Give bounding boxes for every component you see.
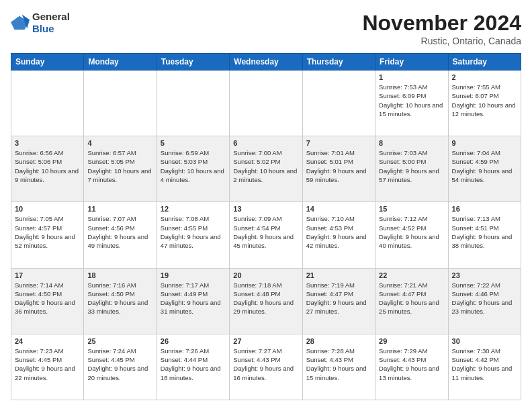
calendar-cell bbox=[157, 71, 229, 136]
logo: General Blue bbox=[11, 11, 70, 35]
day-number: 2 bbox=[452, 73, 517, 81]
logo-general: General bbox=[32, 11, 70, 23]
day-number: 6 bbox=[233, 139, 298, 147]
day-number: 27 bbox=[233, 337, 298, 345]
calendar-cell: 22Sunrise: 7:21 AM Sunset: 4:47 PM Dayli… bbox=[375, 268, 448, 334]
calendar-cell: 14Sunrise: 7:10 AM Sunset: 4:53 PM Dayli… bbox=[302, 202, 375, 268]
day-info: Sunrise: 6:57 AM Sunset: 5:05 PM Dayligh… bbox=[87, 148, 152, 184]
day-number: 29 bbox=[379, 337, 444, 345]
day-info: Sunrise: 7:53 AM Sunset: 6:09 PM Dayligh… bbox=[379, 83, 444, 118]
calendar-cell: 18Sunrise: 7:16 AM Sunset: 4:50 PM Dayli… bbox=[84, 268, 157, 334]
day-info: Sunrise: 6:59 AM Sunset: 5:03 PM Dayligh… bbox=[161, 148, 226, 184]
day-info: Sunrise: 6:56 AM Sunset: 5:06 PM Dayligh… bbox=[15, 148, 80, 184]
day-info: Sunrise: 7:07 AM Sunset: 4:56 PM Dayligh… bbox=[87, 214, 152, 250]
day-number: 21 bbox=[306, 271, 371, 279]
calendar-cell: 11Sunrise: 7:07 AM Sunset: 4:56 PM Dayli… bbox=[84, 202, 157, 268]
calendar-cell: 7Sunrise: 7:01 AM Sunset: 5:01 PM Daylig… bbox=[302, 136, 375, 202]
day-info: Sunrise: 7:10 AM Sunset: 4:53 PM Dayligh… bbox=[306, 214, 371, 250]
day-info: Sunrise: 7:17 AM Sunset: 4:49 PM Dayligh… bbox=[161, 281, 226, 316]
day-number: 22 bbox=[379, 271, 444, 279]
calendar-cell: 15Sunrise: 7:12 AM Sunset: 4:52 PM Dayli… bbox=[375, 202, 448, 268]
day-info: Sunrise: 7:28 AM Sunset: 4:43 PM Dayligh… bbox=[306, 347, 371, 382]
col-wednesday: Wednesday bbox=[230, 54, 302, 71]
day-info: Sunrise: 7:16 AM Sunset: 4:50 PM Dayligh… bbox=[87, 281, 152, 316]
day-number: 19 bbox=[161, 271, 226, 279]
calendar-cell: 19Sunrise: 7:17 AM Sunset: 4:49 PM Dayli… bbox=[157, 268, 229, 334]
day-number: 10 bbox=[15, 205, 80, 213]
calendar-header-row: Sunday Monday Tuesday Wednesday Thursday… bbox=[11, 54, 521, 71]
calendar-cell bbox=[302, 71, 375, 136]
day-info: Sunrise: 7:08 AM Sunset: 4:55 PM Dayligh… bbox=[161, 214, 226, 250]
day-info: Sunrise: 7:09 AM Sunset: 4:54 PM Dayligh… bbox=[233, 214, 298, 250]
calendar-cell: 27Sunrise: 7:27 AM Sunset: 4:43 PM Dayli… bbox=[230, 334, 302, 400]
day-info: Sunrise: 7:18 AM Sunset: 4:48 PM Dayligh… bbox=[233, 281, 298, 316]
title-section: November 2024 Rustic, Ontario, Canada bbox=[362, 11, 521, 46]
calendar-week-3: 10Sunrise: 7:05 AM Sunset: 4:57 PM Dayli… bbox=[11, 202, 521, 268]
col-saturday: Saturday bbox=[448, 54, 521, 71]
day-number: 28 bbox=[306, 337, 371, 345]
calendar-cell: 10Sunrise: 7:05 AM Sunset: 4:57 PM Dayli… bbox=[11, 202, 84, 268]
day-number: 14 bbox=[306, 205, 371, 213]
calendar-cell: 25Sunrise: 7:24 AM Sunset: 4:45 PM Dayli… bbox=[84, 334, 157, 400]
location: Rustic, Ontario, Canada bbox=[362, 36, 521, 46]
day-number: 11 bbox=[87, 205, 152, 213]
calendar-cell: 4Sunrise: 6:57 AM Sunset: 5:05 PM Daylig… bbox=[84, 136, 157, 202]
day-info: Sunrise: 7:55 AM Sunset: 6:07 PM Dayligh… bbox=[452, 83, 517, 118]
calendar-cell: 9Sunrise: 7:04 AM Sunset: 4:59 PM Daylig… bbox=[448, 136, 521, 202]
col-thursday: Thursday bbox=[302, 54, 375, 71]
day-number: 16 bbox=[452, 205, 517, 213]
calendar-cell: 26Sunrise: 7:26 AM Sunset: 4:44 PM Dayli… bbox=[157, 334, 229, 400]
day-number: 5 bbox=[161, 139, 226, 147]
day-number: 3 bbox=[15, 139, 80, 147]
calendar-cell: 28Sunrise: 7:28 AM Sunset: 4:43 PM Dayli… bbox=[302, 334, 375, 400]
calendar-cell: 24Sunrise: 7:23 AM Sunset: 4:45 PM Dayli… bbox=[11, 334, 84, 400]
day-number: 17 bbox=[15, 271, 80, 279]
day-info: Sunrise: 7:04 AM Sunset: 4:59 PM Dayligh… bbox=[452, 148, 517, 184]
calendar-cell bbox=[84, 71, 157, 136]
day-info: Sunrise: 7:26 AM Sunset: 4:44 PM Dayligh… bbox=[161, 347, 226, 382]
day-number: 23 bbox=[452, 271, 517, 279]
calendar-cell: 5Sunrise: 6:59 AM Sunset: 5:03 PM Daylig… bbox=[157, 136, 229, 202]
day-info: Sunrise: 7:01 AM Sunset: 5:01 PM Dayligh… bbox=[306, 148, 371, 184]
calendar-cell bbox=[230, 71, 302, 136]
day-info: Sunrise: 7:30 AM Sunset: 4:42 PM Dayligh… bbox=[452, 347, 517, 382]
day-number: 20 bbox=[233, 271, 298, 279]
day-number: 26 bbox=[161, 337, 226, 345]
month-title: November 2024 bbox=[362, 11, 521, 36]
calendar-cell: 21Sunrise: 7:19 AM Sunset: 4:47 PM Dayli… bbox=[302, 268, 375, 334]
calendar-cell: 20Sunrise: 7:18 AM Sunset: 4:48 PM Dayli… bbox=[230, 268, 302, 334]
header: General Blue November 2024 Rustic, Ontar… bbox=[11, 11, 521, 46]
calendar-cell: 1Sunrise: 7:53 AM Sunset: 6:09 PM Daylig… bbox=[375, 71, 448, 136]
day-info: Sunrise: 7:19 AM Sunset: 4:47 PM Dayligh… bbox=[306, 281, 371, 316]
logo-blue: Blue bbox=[32, 23, 70, 35]
day-info: Sunrise: 7:12 AM Sunset: 4:52 PM Dayligh… bbox=[379, 214, 444, 250]
col-sunday: Sunday bbox=[11, 54, 84, 71]
calendar-cell: 12Sunrise: 7:08 AM Sunset: 4:55 PM Dayli… bbox=[157, 202, 229, 268]
calendar-cell: 16Sunrise: 7:13 AM Sunset: 4:51 PM Dayli… bbox=[448, 202, 521, 268]
day-number: 9 bbox=[452, 139, 517, 147]
calendar-week-1: 1Sunrise: 7:53 AM Sunset: 6:09 PM Daylig… bbox=[11, 71, 521, 136]
day-number: 25 bbox=[87, 337, 152, 345]
day-number: 15 bbox=[379, 205, 444, 213]
calendar-cell: 6Sunrise: 7:00 AM Sunset: 5:02 PM Daylig… bbox=[230, 136, 302, 202]
day-info: Sunrise: 7:22 AM Sunset: 4:46 PM Dayligh… bbox=[452, 281, 517, 316]
calendar-cell: 13Sunrise: 7:09 AM Sunset: 4:54 PM Dayli… bbox=[230, 202, 302, 268]
col-monday: Monday bbox=[84, 54, 157, 71]
day-info: Sunrise: 7:05 AM Sunset: 4:57 PM Dayligh… bbox=[15, 214, 80, 250]
day-number: 4 bbox=[87, 139, 152, 147]
day-info: Sunrise: 7:00 AM Sunset: 5:02 PM Dayligh… bbox=[233, 148, 298, 184]
day-number: 1 bbox=[379, 73, 444, 81]
day-info: Sunrise: 7:23 AM Sunset: 4:45 PM Dayligh… bbox=[15, 347, 80, 382]
calendar-cell: 23Sunrise: 7:22 AM Sunset: 4:46 PM Dayli… bbox=[448, 268, 521, 334]
calendar-cell: 29Sunrise: 7:29 AM Sunset: 4:43 PM Dayli… bbox=[375, 334, 448, 400]
day-info: Sunrise: 7:29 AM Sunset: 4:43 PM Dayligh… bbox=[379, 347, 444, 382]
day-number: 12 bbox=[161, 205, 226, 213]
day-info: Sunrise: 7:27 AM Sunset: 4:43 PM Dayligh… bbox=[233, 347, 298, 382]
day-number: 13 bbox=[233, 205, 298, 213]
day-info: Sunrise: 7:14 AM Sunset: 4:50 PM Dayligh… bbox=[15, 281, 80, 316]
day-number: 8 bbox=[379, 139, 444, 147]
day-info: Sunrise: 7:03 AM Sunset: 5:00 PM Dayligh… bbox=[379, 148, 444, 184]
day-info: Sunrise: 7:21 AM Sunset: 4:47 PM Dayligh… bbox=[379, 281, 444, 316]
logo-text: General Blue bbox=[32, 11, 70, 35]
col-tuesday: Tuesday bbox=[157, 54, 229, 71]
